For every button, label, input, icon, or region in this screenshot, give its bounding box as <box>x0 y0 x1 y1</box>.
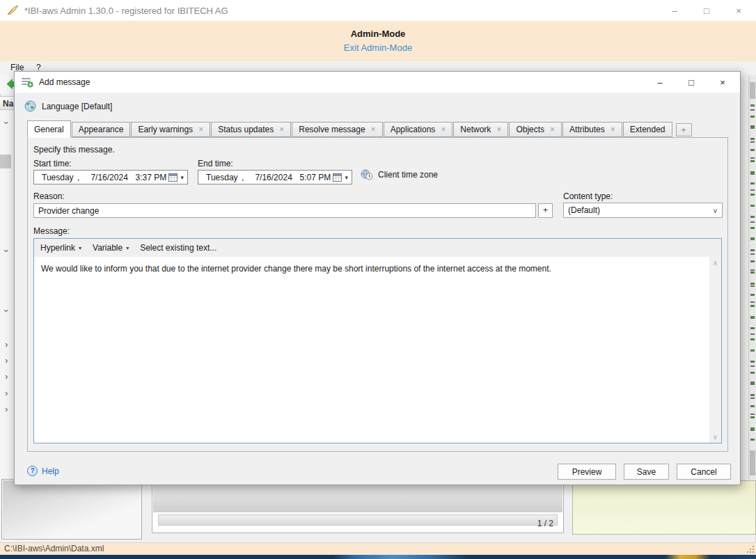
tree-expander-icon[interactable]: › <box>5 388 8 397</box>
tab-close-icon[interactable]: × <box>550 125 555 134</box>
maximize-icon[interactable]: □ <box>702 6 711 16</box>
minimize-icon[interactable]: – <box>670 6 679 16</box>
panel-hscrollbar[interactable] <box>158 514 558 526</box>
tab-label: Extended <box>630 125 666 134</box>
background-tree: › › › › › › › › <box>0 110 14 542</box>
end-day: Tuesday <box>202 173 242 182</box>
add-reason-button[interactable]: + <box>538 203 553 218</box>
tree-expander-icon[interactable]: › <box>2 121 11 124</box>
resize-grip[interactable] <box>747 546 754 553</box>
hyperlink-menu-button[interactable]: Hyperlink ▾ <box>40 243 81 253</box>
dialog-maximize-icon[interactable]: □ <box>686 77 696 88</box>
tree-column-header: Na <box>0 96 15 110</box>
start-date: 7/16/2024 <box>86 173 134 182</box>
tab-general[interactable]: General <box>27 120 71 138</box>
background-scrollbar[interactable] <box>748 75 756 482</box>
tab-close-icon[interactable]: × <box>611 125 615 134</box>
admin-mode-heading: Admin-Mode <box>0 29 756 39</box>
tree-expander-icon[interactable]: › <box>5 404 8 414</box>
tab-label: Early warnings <box>138 125 193 134</box>
tab-close-icon[interactable]: × <box>441 125 446 134</box>
dropdown-arrow-icon[interactable]: ▾ <box>180 174 184 181</box>
start-day: Tuesday <box>38 173 77 182</box>
tab-close-icon[interactable]: × <box>371 125 376 134</box>
add-message-dialog: Add message – □ × Language [Default] Gen… <box>14 71 741 485</box>
client-time-zone-icon <box>361 169 373 180</box>
tab-objects[interactable]: Objects × <box>509 122 562 137</box>
cancel-button[interactable]: Cancel <box>677 464 731 480</box>
dialog-close-icon[interactable]: × <box>718 77 727 88</box>
tab-label: Status updates <box>218 125 274 134</box>
end-time: 5:07 PM <box>297 173 333 182</box>
background-note-pane <box>572 480 756 535</box>
start-time-picker[interactable]: Tuesday , 7/16/2024 3:37 PM ▾ <box>33 170 188 184</box>
calendar-icon <box>168 173 178 182</box>
tab-close-icon[interactable]: × <box>496 125 501 134</box>
preview-button[interactable]: Preview <box>558 464 616 480</box>
close-icon[interactable]: × <box>734 6 743 16</box>
tab-resolve-message[interactable]: Resolve message × <box>292 122 382 137</box>
tree-expander-icon[interactable]: › <box>2 309 11 312</box>
tab-network[interactable]: Network × <box>453 122 508 137</box>
tree-selected-row[interactable] <box>0 155 11 168</box>
scroll-up-icon[interactable]: ∧ <box>709 259 721 267</box>
dialog-minimize-icon[interactable]: – <box>655 77 665 88</box>
tab-label: General <box>34 125 64 134</box>
dialog-titlebar: Add message – □ × <box>15 72 740 93</box>
help-link[interactable]: ? Help <box>27 466 59 476</box>
tab-applications[interactable]: Applications × <box>384 122 453 137</box>
editor-scrollbar[interactable]: ∧ ∨ <box>709 257 721 443</box>
end-time-picker[interactable]: Tuesday , 7/16/2024 5:07 PM ▾ <box>198 170 352 184</box>
dropdown-arrow-icon: ▾ <box>79 245 81 251</box>
tree-expander-icon[interactable]: › <box>5 356 8 365</box>
help-label: Help <box>42 466 59 476</box>
variable-menu-button[interactable]: Variable ▾ <box>93 243 129 253</box>
instruction-text: Specify this message. <box>33 145 115 155</box>
tab-label: Appearance <box>79 125 124 134</box>
editor-toolbar: Hyperlink ▾ Variable ▾ Select existing t… <box>34 239 721 257</box>
chevron-down-icon: ∨ <box>713 207 718 214</box>
select-existing-label: Select existing text... <box>140 243 216 253</box>
content-type-select[interactable]: (Default) ∨ <box>563 203 723 218</box>
exit-admin-mode-link[interactable]: Exit Admin-Mode <box>344 42 412 53</box>
add-tab-button[interactable]: + <box>676 123 692 136</box>
reason-input[interactable] <box>33 203 536 218</box>
tab-extended[interactable]: Extended <box>623 122 672 137</box>
add-message-icon <box>21 77 33 88</box>
tree-expander-icon[interactable]: › <box>5 372 8 381</box>
select-existing-text-button[interactable]: Select existing text... <box>140 243 216 253</box>
tab-appearance[interactable]: Appearance <box>72 122 131 137</box>
tab-early-warnings[interactable]: Early warnings × <box>131 122 210 137</box>
app-quill-icon <box>6 5 19 16</box>
tab-close-icon[interactable]: × <box>279 125 284 134</box>
message-label: Message: <box>33 226 70 236</box>
save-button[interactable]: Save <box>624 464 669 480</box>
background-panel-left <box>1 479 142 540</box>
client-time-zone-button[interactable]: Client time zone <box>361 169 438 180</box>
tab-status-updates[interactable]: Status updates × <box>211 122 291 137</box>
end-time-label: End time: <box>198 159 233 168</box>
taskbar-sliver <box>0 555 756 559</box>
main-window-controls: – □ × <box>670 0 743 21</box>
admin-mode-banner: Admin-Mode Exit Admin-Mode <box>0 21 756 61</box>
scrollbar-top-block <box>750 82 755 99</box>
dropdown-arrow-icon: ▾ <box>126 245 129 251</box>
scrollbar-bottom-block <box>750 450 755 475</box>
content-type-value: (Default) <box>568 205 600 215</box>
tree-expander-icon[interactable]: › <box>2 249 11 252</box>
tab-label: Attributes <box>569 125 605 134</box>
tab-attributes[interactable]: Attributes × <box>562 122 622 137</box>
status-bar: C:\IBI-aws\Admin\Data.xml <box>0 542 756 555</box>
scroll-down-icon[interactable]: ∨ <box>709 433 721 441</box>
tab-strip: General Appearance Early warnings × Stat… <box>27 120 692 137</box>
background-toolbar <box>0 74 14 94</box>
tree-expander-icon[interactable]: › <box>5 340 8 349</box>
dropdown-arrow-icon[interactable]: ▾ <box>345 174 348 181</box>
dialog-buttons: Preview Save Cancel <box>558 464 731 480</box>
tab-label: Applications <box>391 125 436 134</box>
start-time: 3:37 PM <box>133 173 168 182</box>
tab-close-icon[interactable]: × <box>198 125 203 134</box>
start-time-label: Start time: <box>33 159 72 168</box>
message-text-area[interactable]: We would like to inform you that due to … <box>34 257 709 443</box>
calendar-icon <box>333 173 342 182</box>
